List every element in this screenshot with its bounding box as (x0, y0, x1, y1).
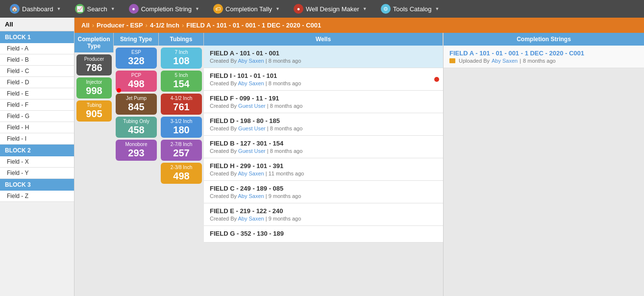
tubing-3half-label: 3-1/2 Inch (164, 119, 199, 124)
tubing-4half-label: 4-1/2 Inch (164, 96, 199, 101)
nav-completion-tally[interactable]: 🏷 Completion Tally ▼ (208, 2, 285, 16)
completion-type-injector[interactable]: Injector 998 (76, 77, 112, 99)
sidebar-item-field-y[interactable]: Field - Y (0, 168, 74, 179)
well-item-field-h-391[interactable]: FIELD H - 299 - 101 - 391 Created By Aby… (204, 158, 443, 181)
sidebar-item-field-b[interactable]: Field - B (0, 54, 74, 66)
string-type-pcp[interactable]: PCP 498 (116, 71, 157, 92)
breadcrumb-4half-inch[interactable]: 4-1/2 Inch (150, 22, 179, 29)
injector-label: Injector (79, 79, 109, 85)
completion-type-tubing[interactable]: Tubing 905 (76, 100, 112, 122)
well-name-field-g-189: FIELD G - 352 - 130 - 189 (210, 230, 437, 237)
sidebar-item-field-h[interactable]: Field - H (0, 122, 74, 133)
tubing-4half-inch[interactable]: 4-1/2 Inch 761 (161, 94, 202, 115)
sidebar-block-2[interactable]: BLOCK 2 (0, 145, 74, 156)
tubing-type-value: 905 (79, 108, 109, 120)
tubing-2-3-8-value: 498 (164, 170, 199, 182)
well-name-field-h-391: FIELD H - 299 - 101 - 391 (210, 162, 437, 170)
tubing-2-3-8inch[interactable]: 2-3/8 Inch 498 (161, 163, 202, 184)
esp-value: 328 (119, 55, 154, 67)
well-item-field-g-189[interactable]: FIELD G - 352 - 130 - 189 (204, 226, 443, 243)
completion-type-cards: Producer 786 Injector 998 Tubing 905 (74, 52, 114, 123)
well-item-field-b-154[interactable]: FIELD B - 127 - 301 - 154 Created By Gue… (204, 136, 443, 158)
dashboard-chevron: ▼ (57, 6, 61, 11)
nav-well-design-maker[interactable]: ● Well Design Maker ▼ (289, 2, 372, 16)
tubing-column: Tubings 7 Inch 108 5 Inch 154 4-1/2 Inch (159, 33, 204, 296)
monobore-value: 293 (119, 147, 154, 159)
completion-strings-list: FIELD A - 101 - 01 - 001 - 1 DEC - 2020 … (444, 46, 644, 296)
completion-uploader-link[interactable]: Aby Saxen (492, 58, 518, 64)
sidebar-item-field-z[interactable]: Field - Z (0, 191, 74, 202)
producer-label: Producer (79, 56, 109, 62)
completion-type-producer[interactable]: Producer 786 (76, 54, 112, 75)
esp-label: ESP (119, 49, 154, 55)
breadcrumb-field-a-full[interactable]: FIELD A - 101 - 01 - 001 - 1 DEC - 2020 … (186, 22, 321, 29)
search-icon: 📈 (75, 4, 85, 14)
well-name-field-e-240: FIELD E - 219 - 122 - 240 (210, 207, 437, 215)
well-meta-field-b-154: Created By Guest User | 8 months ago (210, 148, 437, 154)
tubing-7inch[interactable]: 7 Inch 108 (161, 48, 202, 69)
sidebar: All BLOCK 1 Field - A Field - B Field - … (0, 18, 74, 296)
completion-type-header: Completion Type (74, 33, 114, 52)
sidebar-block-3[interactable]: BLOCK 3 (0, 179, 74, 191)
sidebar-item-field-x[interactable]: Field - X (0, 156, 74, 168)
completion-string-icon: ● (129, 4, 139, 14)
sidebar-item-field-d[interactable]: Field - D (0, 77, 74, 88)
tubing-3half-inch[interactable]: 3-1/2 Inch 180 (161, 117, 202, 138)
well-item-field-f-191[interactable]: FIELD F - 099 - 11 - 191 Created By Gues… (204, 91, 443, 113)
sidebar-item-field-a[interactable]: Field - A (0, 43, 74, 54)
well-item-field-c-085[interactable]: FIELD C - 249 - 189 - 085 Created By Aby… (204, 181, 443, 203)
tubing-2-7-8inch[interactable]: 2-7/8 Inch 257 (161, 140, 202, 161)
well-name-field-f-191: FIELD F - 099 - 11 - 191 (210, 95, 437, 102)
sidebar-all[interactable]: All (0, 18, 74, 31)
nav-tools-catalog[interactable]: ⚙ Tools Catalog ▼ (376, 2, 445, 16)
tubing-4half-value: 761 (164, 101, 199, 113)
jet-pump-label: Jet Pump (119, 96, 154, 101)
tubing-5inch[interactable]: 5 Inch 154 (161, 71, 202, 92)
sidebar-block-1[interactable]: BLOCK 1 (0, 31, 74, 43)
well-meta-field-i-101: Created By Aby Saxen | 8 months ago (210, 80, 437, 86)
sidebar-item-field-f[interactable]: Field - F (0, 99, 74, 111)
sidebar-item-field-g[interactable]: Field - G (0, 111, 74, 122)
string-type-cards: ESP 328 PCP 498 Jet Pump (114, 46, 159, 163)
well-name-field-a-001: FIELD A - 101 - 01 - 001 (210, 49, 437, 57)
nav-tools-catalog-label: Tools Catalog (393, 5, 432, 13)
well-item-field-e-240[interactable]: FIELD E - 219 - 122 - 240 Created By Aby… (204, 203, 443, 226)
nav-completion-string[interactable]: ● Completion String ▼ (124, 2, 204, 16)
pcp-value: 498 (119, 78, 154, 90)
well-creator-link[interactable]: Aby Saxen (238, 58, 264, 64)
sidebar-item-field-e[interactable]: Field - E (0, 88, 74, 99)
main-layout: All BLOCK 1 Field - A Field - B Field - … (0, 18, 644, 296)
nav-search[interactable]: 📈 Search ▼ (70, 2, 120, 16)
well-design-icon: ● (294, 4, 303, 14)
string-type-tubing-only[interactable]: Tubing Only 458 (116, 117, 157, 138)
completion-tally-chevron: ▼ (275, 6, 280, 11)
string-type-column: String Type ESP 328 PCP 498 (114, 33, 159, 296)
uploaded-by-prefix: Uploaded By (459, 58, 490, 64)
completion-item-field-a-c001[interactable]: FIELD A - 101 - 01 - 001 - 1 DEC - 2020 … (444, 46, 644, 68)
tubing-2-3-8-label: 2-3/8 Inch (164, 165, 199, 170)
top-navigation: 🏠 Dashboard ▼ 📈 Search ▼ ● Completion St… (0, 0, 644, 18)
well-item-field-i-101[interactable]: FIELD I - 101 - 01 - 101 Created By Aby … (204, 68, 443, 91)
nav-dashboard[interactable]: 🏠 Dashboard ▼ (5, 2, 66, 16)
sidebar-item-field-c[interactable]: Field - C (0, 66, 74, 77)
well-item-field-d-185[interactable]: FIELD D - 198 - 80 - 185 Created By Gues… (204, 113, 443, 136)
string-type-esp[interactable]: ESP 328 (116, 48, 157, 69)
breadcrumb-all[interactable]: All (81, 22, 90, 29)
data-area: Completion Type Producer 786 Injector 99… (74, 33, 644, 296)
tubing-5inch-label: 5 Inch (164, 73, 199, 78)
well-name-field-c-085: FIELD C - 249 - 189 - 085 (210, 185, 437, 192)
well-item-field-a-001[interactable]: FIELD A - 101 - 01 - 001 Created By Aby … (204, 46, 443, 68)
tubing-5inch-value: 154 (164, 78, 199, 90)
nav-search-label: Search (87, 5, 107, 13)
upload-bar-icon (449, 58, 455, 63)
breadcrumb-producer-esp[interactable]: Producer - ESP (97, 22, 143, 29)
well-name-field-b-154: FIELD B - 127 - 301 - 154 (210, 140, 437, 147)
string-type-monobore[interactable]: Monobore 293 (116, 140, 157, 161)
well-name-field-d-185: FIELD D - 198 - 80 - 185 (210, 117, 437, 124)
tubing-2-7-8-label: 2-7/8 Inch (164, 142, 199, 147)
string-type-jet-pump[interactable]: Jet Pump 845 (116, 94, 157, 115)
search-chevron: ▼ (111, 6, 115, 11)
sidebar-item-field-i[interactable]: Field - I (0, 133, 74, 145)
injector-value: 998 (79, 85, 109, 97)
pcp-label: PCP (119, 73, 154, 78)
